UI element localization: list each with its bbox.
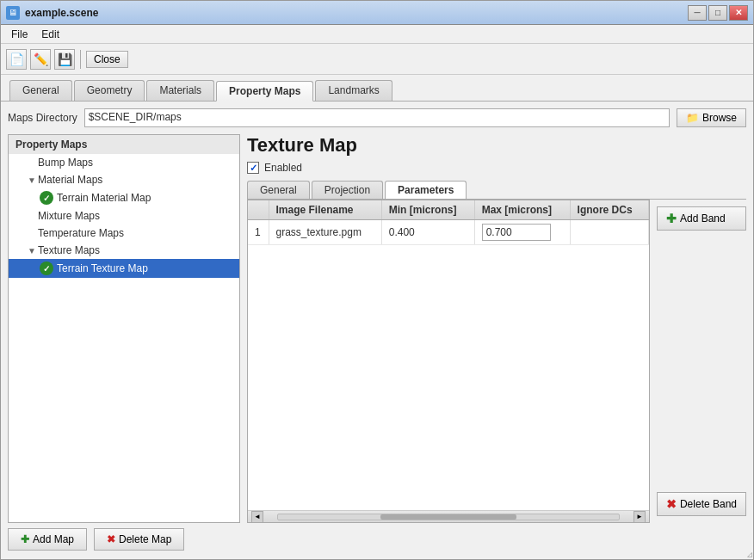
expand-arrow-icon: ▼	[26, 175, 38, 185]
tree-item-mixture-maps[interactable]: Mixture Maps	[9, 207, 239, 225]
browse-button[interactable]: 📁 Browse	[677, 108, 746, 127]
tree-item-terrain-material-map[interactable]: Terrain Material Map	[9, 188, 239, 207]
scroll-left-arrow[interactable]: ◄	[251, 511, 263, 523]
tab-property-maps[interactable]: Property Maps	[216, 81, 313, 102]
enabled-checkbox[interactable]	[247, 162, 259, 174]
enabled-row: Enabled	[247, 162, 746, 174]
window-icon: 🖥	[6, 6, 20, 20]
delete-band-button[interactable]: ✖ Delete Band	[657, 492, 746, 516]
table-container: Image Filename Min [microns] Max [micron…	[247, 200, 650, 523]
add-map-button[interactable]: ✚ Add Map	[8, 528, 87, 551]
menu-edit[interactable]: Edit	[34, 27, 66, 42]
main-tabs: General Geometry Materials Property Maps…	[1, 75, 753, 102]
col-min: Min [microns]	[381, 200, 474, 220]
close-button[interactable]: Close	[86, 51, 128, 68]
tree-title: Property Maps	[15, 138, 87, 151]
enabled-label: Enabled	[264, 162, 302, 174]
title-bar-controls: ─ □ ✕	[688, 5, 748, 21]
delete-band-icon: ✖	[666, 497, 677, 511]
new-button[interactable]: 📄	[6, 49, 27, 70]
sub-tabs: General Projection Parameters	[247, 181, 746, 200]
status-icon-terrain-material	[40, 191, 53, 205]
maps-directory-value: $SCENE_DIR/maps	[84, 108, 670, 127]
tree-item-material-maps[interactable]: ▼ Material Maps	[9, 171, 239, 188]
main-split: Property Maps Bump Maps ▼ Material Maps …	[8, 134, 746, 523]
texture-map-title: Texture Map	[247, 134, 746, 157]
minimize-button[interactable]: ─	[688, 5, 707, 21]
tree-item-temperature-maps[interactable]: Temperature Maps	[9, 225, 239, 242]
sub-tab-parameters[interactable]: Parameters	[385, 181, 467, 199]
col-ignore-dcs: Ignore DCs	[570, 200, 648, 220]
toolbar: 📄 ✏️ 💾 Close	[1, 44, 753, 75]
toolbar-separator	[80, 50, 81, 69]
row-max[interactable]: 0.700	[474, 220, 570, 245]
menu-file[interactable]: File	[4, 27, 34, 42]
tree-label-material-maps: Material Maps	[38, 174, 102, 186]
tree-label-texture-maps: Texture Maps	[38, 244, 100, 256]
tab-geometry[interactable]: Geometry	[74, 80, 145, 101]
expand-arrow-icon2: ▼	[26, 246, 38, 255]
menu-bar: File Edit	[1, 25, 753, 44]
browse-icon: 📁	[686, 112, 699, 124]
table-scrollbar[interactable]: ◄ ►	[248, 510, 649, 522]
add-band-icon: ✚	[666, 212, 677, 225]
col-num	[248, 200, 269, 220]
resize-corner[interactable]: ⊿	[741, 547, 753, 559]
scroll-thumb	[380, 514, 516, 520]
col-filename: Image Filename	[269, 200, 381, 220]
tab-materials[interactable]: Materials	[146, 80, 214, 101]
tree-item-texture-maps[interactable]: ▼ Texture Maps	[9, 242, 239, 259]
bottom-bar: ✚ Add Map ✖ Delete Map	[8, 523, 746, 552]
right-action-buttons: ✚ Add Band ✖ Delete Band	[657, 200, 746, 523]
tree-label-terrain-texture-map: Terrain Texture Map	[57, 262, 148, 274]
parameters-table: Image Filename Min [microns] Max [micron…	[248, 200, 649, 245]
col-max: Max [microns]	[474, 200, 570, 220]
max-edit-field[interactable]: 0.700	[482, 224, 551, 241]
save-button[interactable]: 💾	[54, 49, 75, 70]
tab-general[interactable]: General	[9, 80, 72, 101]
add-map-label: Add Map	[33, 533, 74, 545]
delete-map-label: Delete Map	[119, 533, 171, 545]
scroll-right-arrow[interactable]: ►	[633, 511, 646, 523]
tree-label-mixture-maps: Mixture Maps	[38, 210, 100, 222]
tree-panel: Property Maps Bump Maps ▼ Material Maps …	[8, 134, 240, 523]
content-area: Maps Directory $SCENE_DIR/maps 📁 Browse …	[1, 102, 753, 559]
scroll-track[interactable]	[277, 514, 620, 520]
add-band-button[interactable]: ✚ Add Band	[657, 206, 746, 231]
close-label: Close	[94, 53, 121, 65]
close-window-button[interactable]: ✕	[729, 5, 748, 21]
maps-directory-label: Maps Directory	[8, 112, 77, 124]
tab-landmarks[interactable]: Landmarks	[315, 80, 392, 101]
tree-label-terrain-material-map: Terrain Material Map	[57, 192, 151, 204]
window-title: example.scene	[25, 7, 688, 19]
add-map-icon: ✚	[21, 533, 29, 545]
right-panel: Texture Map Enabled General Projection P…	[247, 134, 746, 523]
maps-directory-row: Maps Directory $SCENE_DIR/maps 📁 Browse	[8, 108, 746, 127]
title-bar: 🖥 example.scene ─ □ ✕	[1, 1, 753, 25]
tree-label-temperature-maps: Temperature Maps	[38, 227, 124, 239]
content-inner: Image Filename Min [microns] Max [micron…	[247, 200, 746, 523]
browse-label: Browse	[702, 112, 737, 124]
edit-button[interactable]: ✏️	[30, 49, 51, 70]
add-band-label: Add Band	[680, 212, 726, 225]
status-icon-terrain-texture	[40, 262, 53, 275]
tree-item-terrain-texture-map[interactable]: Terrain Texture Map	[9, 259, 239, 278]
delete-band-label: Delete Band	[680, 498, 737, 510]
maximize-button[interactable]: □	[708, 5, 727, 21]
tree-header: Property Maps	[9, 135, 239, 154]
table-row: 1 grass_texture.pgm 0.400 0.700	[248, 220, 648, 245]
table-scroll-area[interactable]: Image Filename Min [microns] Max [micron…	[248, 200, 649, 510]
tree-label-bump-maps: Bump Maps	[38, 157, 93, 169]
tree-item-bump-maps[interactable]: Bump Maps	[9, 154, 239, 171]
row-filename: grass_texture.pgm	[269, 220, 381, 245]
row-ignore-dcs	[570, 220, 648, 245]
row-num: 1	[248, 220, 269, 245]
row-min: 0.400	[381, 220, 474, 245]
sub-tab-projection[interactable]: Projection	[312, 181, 383, 199]
delete-map-icon: ✖	[107, 533, 115, 545]
sub-tab-general[interactable]: General	[247, 181, 310, 199]
delete-map-button[interactable]: ✖ Delete Map	[94, 528, 184, 551]
